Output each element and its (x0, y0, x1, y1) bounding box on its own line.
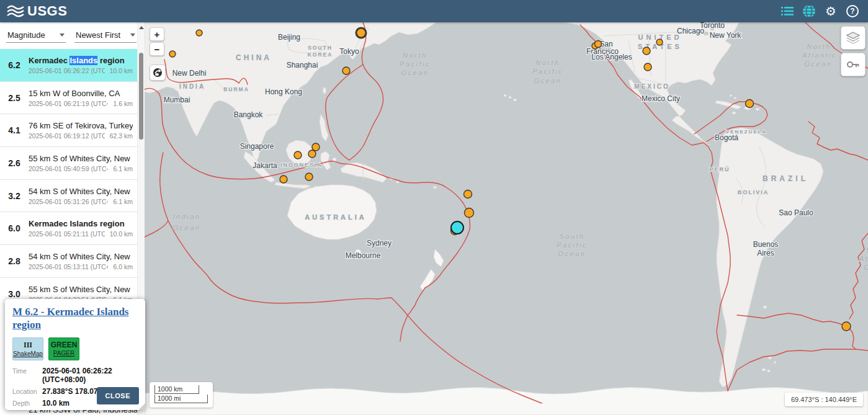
world-map[interactable]: BeijingShanghaiTokyoNew DelhiMumbaiHong … (145, 22, 868, 415)
event-depth: 10.0 km (110, 230, 133, 238)
event-title: 76 km SE of Tekirova, Turkey (29, 121, 133, 130)
magnitude-filter-select[interactable]: Magnitude (6, 29, 66, 43)
city-label: Sao Paulo (779, 208, 813, 217)
zoom-to-world-button[interactable] (150, 65, 166, 81)
sort-order-label: Newest First (76, 30, 120, 40)
event-content: Kermadec Islands region2025-06-01 06:26:… (29, 56, 138, 74)
scale-km: 1000 km (154, 385, 199, 394)
list-icon[interactable] (781, 4, 794, 18)
scroll-up-arrow-icon[interactable] (138, 25, 144, 30)
event-badges: III ShakeMap GREEN PAGER (12, 337, 138, 360)
event-list-item[interactable]: 2.854 km S of Whites City, New …2025-06-… (0, 244, 138, 277)
ocean-label: Pacific (557, 241, 588, 249)
shakemap-badge[interactable]: III ShakeMap (12, 337, 43, 360)
usgs-logo[interactable]: USGS (0, 3, 67, 19)
event-detail-link[interactable]: M 6.2 - Kermadec Islands region (12, 305, 138, 332)
earthquake-marker[interactable] (280, 176, 287, 183)
earthquake-marker[interactable] (595, 41, 602, 48)
event-time: 2025-06-01 06:26:22 (UTC+0… (29, 67, 105, 74)
globe-icon[interactable] (802, 4, 816, 18)
event-time: 2025-06-01 05:21:11 (UTC+0… (29, 230, 105, 238)
event-content: 76 km SE of Tekirova, Turkey2025-06-01 0… (29, 121, 138, 140)
event-list-item[interactable]: 6.2Kermadec Islands region2025-06-01 06:… (0, 49, 138, 81)
city-label: Tokyo (339, 47, 359, 56)
earthquake-marker[interactable] (305, 173, 313, 181)
earthquake-marker[interactable] (643, 47, 650, 55)
event-meta: 2025-06-01 06:19:12 (UTC+0…62.3 km (29, 132, 133, 140)
event-meta: 2025-06-01 05:21:11 (UTC+0…10.0 km (29, 230, 133, 238)
layers-icon (846, 32, 860, 44)
cursor-coordinates: 69.473°S : 140.449°E (785, 393, 863, 406)
event-depth: 10.0 km (110, 67, 133, 74)
event-content: 54 km S of Whites City, New …2025-06-01 … (29, 252, 138, 270)
earthquake-marker[interactable] (842, 322, 851, 331)
ocean-label: South (559, 233, 584, 240)
earthquake-marker[interactable] (342, 67, 350, 74)
list-filters: Magnitude Newest First (0, 22, 145, 50)
ocean-label: Atlantic (859, 255, 868, 262)
earthquake-marker[interactable] (656, 39, 663, 45)
event-meta: 2025-06-01 05:13:11 (UTC+08:…6.0 km (29, 263, 133, 270)
landmass (145, 22, 868, 415)
map-right-buttons (841, 26, 866, 76)
zoom-in-button[interactable]: + (150, 27, 164, 41)
magnitude-filter-label: Magnitude (7, 30, 45, 40)
earthquake-marker[interactable] (294, 151, 302, 159)
event-meta: 2025-06-01 06:21:19 (UTC+08:…1.6 km (29, 100, 133, 107)
popup-resize-corner[interactable] (138, 403, 145, 410)
event-magnitude: 3.2 (0, 191, 29, 201)
earthquake-marker[interactable] (356, 28, 366, 38)
earthquake-marker[interactable] (465, 208, 474, 218)
earthquake-sidebar: Magnitude Newest First 6.2Kermadec Islan… (0, 22, 145, 415)
event-magnitude: 2.8 (0, 256, 29, 266)
earthquake-marker[interactable] (308, 150, 316, 158)
earthquake-marker[interactable] (464, 190, 472, 199)
chevron-down-icon (130, 33, 135, 37)
ocean-label: North (535, 59, 560, 66)
shakemap-value: III (24, 341, 32, 350)
event-meta: 2025-06-01 06:26:22 (UTC+0…10.0 km (29, 67, 133, 74)
event-list-item[interactable]: 6.0Kermadec Islands region2025-06-01 05:… (0, 212, 138, 244)
city-label: Sydney (367, 239, 391, 248)
event-list-item[interactable]: 2.655 km S of Whites City, New …2025-06-… (0, 146, 138, 179)
ocean-label: North (807, 43, 831, 50)
region-label: INDONESIA (280, 162, 323, 168)
map-scalebar: 1000 km 1000 mi (150, 382, 213, 408)
event-depth: 62.3 km (110, 132, 133, 140)
zoom-out-button[interactable]: − (150, 42, 164, 56)
scrollbar-thumb[interactable] (139, 53, 143, 140)
region-label: INDIA (179, 83, 205, 90)
legend-key-button[interactable] (841, 53, 866, 76)
event-list-item[interactable]: 3.254 km S of Whites City, New …2025-06-… (0, 179, 138, 212)
earthquake-marker[interactable] (644, 63, 651, 71)
ocean-label: North (403, 51, 427, 59)
help-icon[interactable]: ? (846, 4, 859, 18)
scale-mi: 1000 mi (154, 395, 208, 403)
event-list-item[interactable]: 2.515 km W of Boonville, CA2025-06-01 06… (0, 81, 138, 114)
sort-order-select[interactable]: Newest First (74, 29, 136, 43)
close-button[interactable]: CLOSE (97, 387, 139, 404)
usgs-wave-icon (6, 4, 25, 18)
event-meta: 2025-06-01 05:40:59 (UTC+08:…6.1 km (29, 165, 133, 172)
region-label: VENEZUELA (726, 129, 767, 135)
event-time: 2025-06-01 06:19:12 (UTC+0… (29, 132, 105, 140)
event-list-item[interactable]: 4.176 km SE of Tekirova, Turkey2025-06-0… (0, 114, 138, 146)
event-title: 54 km S of Whites City, New … (29, 187, 133, 196)
event-depth: 6.0 km (113, 263, 133, 270)
header-icons: ⚙ ? (781, 4, 868, 18)
gear-icon[interactable]: ⚙ (824, 4, 838, 18)
ocean-label: Ocean (805, 60, 833, 68)
earthquake-marker[interactable] (196, 30, 202, 36)
earthquake-marker[interactable] (169, 51, 176, 57)
event-time: 2025-06-01 06:21:19 (UTC+08:… (29, 100, 108, 107)
layers-button[interactable] (841, 26, 866, 50)
pager-badge[interactable]: GREEN PAGER (48, 337, 79, 360)
earthquake-marker[interactable] (746, 100, 754, 108)
event-depth: 6.1 km (113, 198, 133, 205)
ocean-label: Atlantic (802, 51, 837, 59)
region-label: BURMA (223, 86, 249, 92)
city-label: Melbourne (346, 251, 381, 260)
selected-earthquake-marker[interactable] (451, 221, 463, 234)
earthquake-marker[interactable] (312, 143, 320, 151)
event-title: 54 km S of Whites City, New … (29, 252, 133, 261)
